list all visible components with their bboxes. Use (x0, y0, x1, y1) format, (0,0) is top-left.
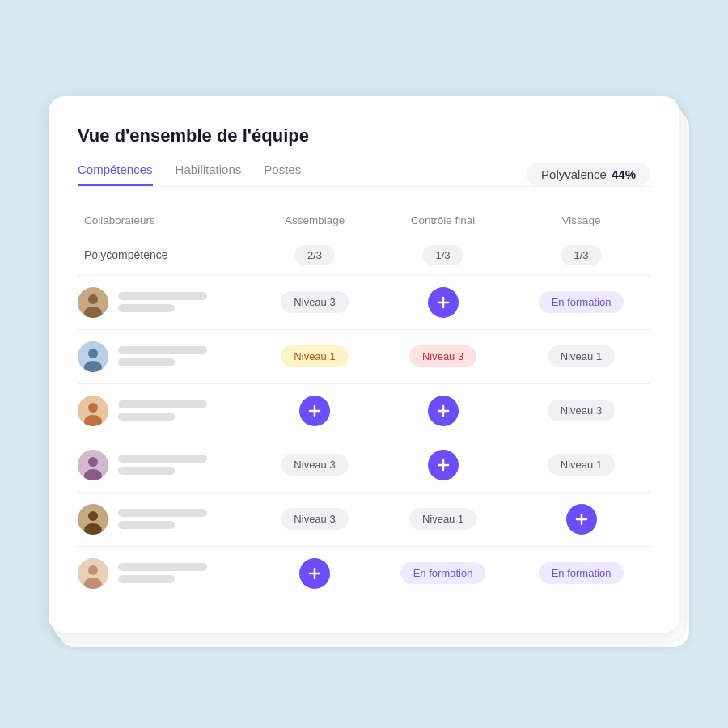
skills-table: Collaborateurs Assemblage Contrôle final… (78, 206, 650, 600)
add-button[interactable] (299, 558, 330, 589)
row1-assemblage: Niveau 3 (256, 275, 374, 329)
add-button[interactable] (428, 396, 459, 426)
avatar-1 (78, 287, 108, 318)
tab-habilitations[interactable]: Habilitations (176, 163, 242, 186)
row2-assemblage: Niveau 1 (256, 329, 374, 383)
row1-controle (374, 275, 512, 329)
polycomp-controle: 1/3 (374, 235, 512, 275)
collaborator-cell-6 (78, 546, 256, 600)
add-button[interactable] (299, 396, 330, 426)
add-button[interactable] (428, 450, 459, 480)
svg-point-7 (88, 403, 98, 413)
polycomp-assemblage: 2/3 (256, 235, 374, 275)
svg-point-10 (88, 457, 98, 467)
collaborator-cell-4 (78, 438, 256, 492)
collaborator-cell-2 (78, 329, 256, 383)
svg-point-4 (88, 349, 98, 358)
avatar-5 (78, 504, 108, 535)
svg-point-16 (88, 565, 98, 575)
avatar-4 (78, 450, 108, 480)
tab-competences[interactable]: Compétences (78, 163, 153, 186)
name-placeholder-6 (118, 563, 207, 583)
col-header-vissage: Vissage (512, 206, 650, 235)
collaborator-cell-5 (78, 492, 256, 546)
page-title: Vue d'ensemble de l'équipe (78, 125, 650, 146)
col-header-controle: Contrôle final (374, 206, 512, 235)
polyvalence-label: Polyvalence (541, 167, 607, 181)
row2-vissage: Niveau 1 (512, 329, 650, 383)
collaborator-cell-3 (78, 383, 256, 438)
polycomp-row: Polycompétence 2/3 1/3 1/3 (78, 235, 650, 275)
tabs-row: Compétences Habilitations Postes Polyval… (78, 163, 650, 187)
table-row: Niveau 3 En formation (78, 275, 650, 329)
row4-vissage: Niveau 1 (512, 438, 650, 492)
col-header-assemblage: Assemblage (256, 206, 374, 235)
add-button[interactable] (566, 504, 597, 535)
row6-vissage: En formation (512, 546, 650, 600)
avatar-3 (78, 396, 108, 426)
row4-assemblage: Niveau 3 (256, 438, 374, 492)
tabs: Compétences Habilitations Postes (78, 163, 301, 186)
polyvalence-value: 44% (612, 167, 636, 181)
row2-controle: Niveau 3 (374, 329, 512, 383)
row3-assemblage (256, 383, 374, 438)
row3-vissage: Niveau 3 (512, 383, 650, 438)
table-row: Niveau 3 Niveau 1 (78, 438, 650, 492)
add-button[interactable] (428, 287, 459, 318)
collaborator-cell-1 (78, 275, 256, 329)
row3-controle (374, 383, 512, 438)
polyvalence-badge: Polyvalence 44% (527, 163, 650, 186)
name-placeholder-2 (118, 346, 207, 366)
svg-point-13 (88, 511, 98, 521)
row6-controle: En formation (374, 546, 512, 600)
polycomp-label: Polycompétence (78, 235, 256, 275)
avatar-6 (78, 558, 108, 589)
name-placeholder-3 (118, 400, 207, 421)
avatar-2 (78, 341, 108, 372)
row1-vissage: En formation (512, 275, 650, 329)
polycomp-vissage: 1/3 (512, 235, 650, 275)
row5-controle: Niveau 1 (374, 492, 512, 546)
name-placeholder-5 (118, 509, 207, 529)
col-header-collaborateurs: Collaborateurs (78, 206, 256, 235)
row6-assemblage (256, 546, 374, 600)
name-placeholder-4 (118, 455, 207, 475)
table-row: En formation En formation (78, 546, 650, 600)
table-row: Niveau 1 Niveau 3 Niveau 1 (78, 329, 650, 383)
table-row: Niveau 3 Niveau 1 (78, 492, 650, 546)
main-card: Vue d'ensemble de l'équipe Compétences H… (49, 96, 679, 633)
name-placeholder-1 (118, 292, 207, 312)
table-row: Niveau 3 (78, 383, 650, 438)
row5-vissage (512, 492, 650, 546)
svg-point-1 (88, 294, 98, 304)
row5-assemblage: Niveau 3 (256, 492, 374, 546)
tab-postes[interactable]: Postes (264, 163, 301, 186)
row4-controle (374, 438, 512, 492)
